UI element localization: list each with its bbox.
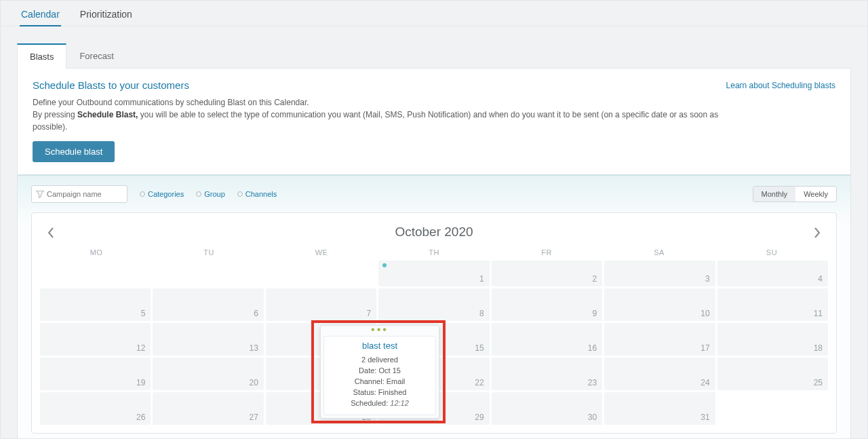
day-number: 8 (479, 309, 484, 318)
search-box[interactable] (31, 185, 127, 203)
day-cell[interactable]: 31 (604, 392, 715, 425)
chevron-right-icon (813, 227, 821, 239)
day-cell[interactable]: 4 (717, 261, 828, 286)
day-number: 20 (249, 378, 258, 387)
day-number: 25 (814, 378, 823, 387)
filter-group[interactable]: Group (196, 190, 225, 198)
day-number: 16 (588, 343, 597, 353)
dow-label: TU (153, 248, 265, 256)
dow-label: WE (265, 248, 378, 256)
calendar: October 2020 MO TU WE TH FR SA SU (31, 212, 837, 434)
calendar-header: October 2020 (40, 218, 828, 246)
more-icon[interactable]: ••• (321, 326, 439, 333)
day-cell[interactable]: 26 (40, 392, 151, 425)
dow-label: SA (603, 248, 715, 256)
popover-date: Date: Oct 15 (327, 366, 433, 377)
day-number: 15 (475, 343, 484, 353)
sub-tab-forecast[interactable]: Forecast (66, 43, 127, 69)
day-cell[interactable]: 9 (492, 288, 602, 321)
day-cell[interactable]: 16 (492, 323, 602, 356)
sub-tab-strip: Blasts Forecast (17, 43, 851, 69)
event-dot-icon (382, 263, 387, 267)
day-cell[interactable]: 13 (153, 323, 263, 356)
learn-link[interactable]: Learn about Scheduling blasts (726, 79, 835, 90)
circle-icon (140, 191, 145, 197)
calendar-wrap: Categories Group Channels Monthly Weekly (18, 176, 850, 439)
day-cell[interactable]: 24 (604, 358, 715, 390)
dow-row: MO TU WE TH FR SA SU (40, 246, 828, 261)
day-number: 3 (705, 274, 710, 284)
day-cell[interactable]: 23 (492, 358, 602, 390)
day-cell[interactable]: 30 (492, 392, 602, 425)
day-cell (153, 261, 263, 286)
day-number: 6 (254, 309, 258, 318)
search-input[interactable] (47, 190, 123, 198)
day-number: 4 (818, 274, 823, 284)
day-cell[interactable]: 25 (717, 358, 828, 390)
top-tab-strip: Calendar Prioritization (1, 1, 867, 26)
circle-icon (237, 191, 243, 197)
dow-label: TH (378, 248, 490, 256)
intro-line2: By pressing Schedule Blast, you will be … (33, 109, 726, 133)
blast-popover[interactable]: ••• blast test 2 delivered Date: Oct 15 … (320, 325, 439, 419)
prev-month-button[interactable] (41, 223, 60, 246)
schedule-blast-button[interactable]: Schedule blast (33, 141, 115, 162)
day-cell[interactable]: 11 (717, 288, 828, 321)
day-cell (40, 261, 151, 286)
day-number: 7 (367, 309, 372, 318)
day-number: 22 (475, 378, 484, 387)
day-cell[interactable]: 20 (153, 358, 263, 390)
day-cell (266, 261, 376, 286)
calendar-title: October 2020 (395, 225, 473, 240)
dow-label: SU (715, 248, 828, 256)
day-number: 23 (588, 378, 597, 387)
toggle-monthly[interactable]: Monthly (753, 187, 796, 202)
next-month-button[interactable] (808, 223, 827, 246)
day-number: 5 (141, 309, 146, 318)
filter-categories[interactable]: Categories (140, 190, 184, 198)
popover-inner: blast test 2 delivered Date: Oct 15 Chan… (323, 336, 436, 415)
day-number: 10 (701, 309, 709, 318)
day-cell (717, 392, 828, 425)
day-cell[interactable]: 18 (717, 323, 828, 356)
day-cell[interactable]: 8 (378, 288, 489, 321)
filter-bar: Categories Group Channels Monthly Weekly (31, 185, 837, 203)
day-cell[interactable]: 3 (604, 261, 715, 286)
day-number: 24 (701, 378, 709, 387)
dow-label: MO (40, 248, 153, 256)
view-toggle: Monthly Weekly (753, 186, 837, 202)
blasts-panel: Schedule Blasts to your customers Define… (17, 68, 851, 439)
day-cell[interactable]: 6 (153, 288, 263, 321)
popover-channel: Channel: Email (327, 377, 433, 387)
day-cell[interactable]: 7 (266, 288, 376, 321)
chevron-left-icon (47, 227, 55, 239)
day-cell[interactable]: 2 (492, 261, 602, 286)
day-number: 17 (701, 343, 709, 353)
day-cell[interactable]: 1 (378, 261, 489, 286)
day-cell[interactable]: 5 (40, 288, 151, 321)
tab-calendar[interactable]: Calendar (20, 9, 61, 26)
tab-prioritization[interactable]: Prioritization (79, 9, 134, 26)
day-cell[interactable]: 10 (604, 288, 715, 321)
popover-delivered: 2 delivered (327, 355, 433, 366)
circle-icon (196, 191, 201, 197)
day-number: 1 (479, 274, 484, 284)
toggle-weekly[interactable]: Weekly (795, 187, 836, 202)
day-number: 9 (592, 309, 597, 318)
day-cell[interactable]: 27 (153, 392, 263, 425)
day-cell[interactable]: 19 (40, 358, 151, 390)
popover-scheduled: Scheduled: 12:12 (327, 398, 433, 409)
intro-block: Schedule Blasts to your customers Define… (18, 69, 850, 174)
sub-tab-blasts[interactable]: Blasts (17, 43, 66, 69)
day-number: 11 (814, 309, 823, 318)
day-number: 29 (475, 413, 484, 422)
day-number: 18 (814, 343, 823, 353)
filter-channels[interactable]: Channels (237, 190, 277, 198)
day-number: 31 (701, 413, 709, 422)
intro-title: Schedule Blasts to your customers (33, 79, 726, 91)
day-cell[interactable]: 17 (604, 323, 715, 356)
intro-line1: Define your Outbound communications by s… (33, 96, 726, 109)
day-cell[interactable]: 12 (40, 323, 151, 356)
day-number: 12 (136, 343, 145, 353)
popover-title[interactable]: blast test (327, 341, 433, 351)
